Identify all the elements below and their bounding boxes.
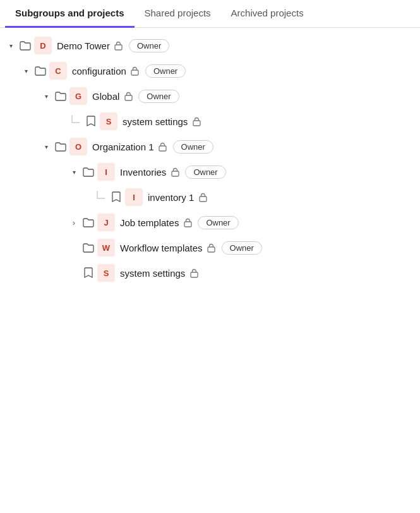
chevron-down-icon[interactable]: ▾ — [68, 166, 80, 178]
list-item[interactable]: ▾ I Inventories Owner — [0, 159, 420, 184]
avatar: G — [69, 87, 87, 105]
avatar: O — [69, 138, 87, 155]
owner-badge: Owner — [222, 241, 262, 255]
list-item[interactable]: S system settings — [0, 109, 420, 134]
lock-icon — [130, 66, 140, 76]
tab-subgroups[interactable]: Subgroups and projects — [5, 0, 135, 28]
chevron-down-icon[interactable]: ▾ — [40, 141, 52, 152]
list-item[interactable]: › J Job templates Owner — [0, 210, 420, 235]
bookmark-icon — [110, 191, 123, 203]
avatar: S — [100, 112, 117, 130]
avatar: I — [125, 188, 143, 206]
chevron-down-icon[interactable]: ▾ — [40, 90, 52, 102]
owner-badge: Owner — [145, 64, 186, 78]
tree-connector — [95, 191, 105, 203]
svg-rect-8 — [208, 247, 215, 252]
folder-icon — [34, 64, 47, 77]
avatar: I — [97, 163, 115, 181]
lock-icon — [123, 91, 133, 101]
svg-rect-7 — [184, 222, 191, 227]
lock-icon — [189, 268, 199, 278]
item-name: Job templates — [120, 217, 179, 228]
avatar: W — [97, 239, 115, 256]
bookmark-icon — [85, 115, 97, 128]
owner-badge: Owner — [129, 39, 169, 52]
folder-icon — [19, 39, 32, 52]
svg-rect-3 — [193, 121, 200, 126]
list-item[interactable]: ▾ O Organization 1 Owner — [0, 134, 420, 159]
lock-icon — [207, 243, 217, 253]
avatar: S — [97, 264, 115, 282]
project-tree: ▾ D Demo Tower Owner ▾ C configuration — [0, 28, 420, 291]
svg-rect-5 — [172, 171, 179, 176]
svg-rect-4 — [159, 146, 166, 151]
list-item[interactable]: ▾ D Demo Tower Owner — [0, 33, 420, 58]
avatar: C — [49, 62, 67, 80]
list-item[interactable]: ▾ G Global Owner — [0, 83, 420, 109]
item-name: configuration — [72, 66, 126, 76]
list-item[interactable]: S system settings — [0, 260, 420, 286]
item-name: Organization 1 — [92, 142, 154, 152]
item-name: Global — [92, 91, 119, 102]
item-name: Inventories — [120, 167, 166, 178]
owner-badge: Owner — [173, 140, 213, 154]
item-name: Workflow templates — [120, 243, 203, 253]
svg-rect-6 — [200, 196, 207, 202]
svg-rect-0 — [115, 45, 122, 50]
owner-badge: Owner — [185, 166, 225, 179]
owner-badge: Owner — [138, 90, 179, 103]
list-item[interactable]: W Workflow templates Owner — [0, 235, 420, 260]
lock-icon — [158, 142, 168, 152]
folder-icon — [82, 166, 95, 178]
tab-bar: Subgroups and projects Shared projects A… — [0, 0, 420, 28]
chevron-right-icon[interactable]: › — [68, 217, 80, 228]
item-name: system settings — [123, 116, 188, 127]
item-name: system settings — [120, 268, 185, 279]
list-item[interactable]: ▾ C configuration Owner — [0, 58, 420, 83]
folder-icon — [82, 216, 95, 229]
lock-icon — [114, 40, 124, 51]
avatar: J — [97, 214, 115, 231]
lock-icon — [198, 192, 208, 202]
item-name: inventory 1 — [148, 192, 194, 203]
folder-icon — [54, 90, 67, 102]
bookmark-icon — [82, 267, 95, 279]
tab-shared[interactable]: Shared projects — [135, 0, 221, 28]
tab-archived[interactable]: Archived projects — [221, 0, 314, 28]
chevron-down-icon[interactable]: ▾ — [5, 40, 16, 51]
lock-icon — [191, 116, 201, 126]
avatar: D — [34, 37, 52, 54]
svg-rect-2 — [125, 95, 132, 100]
chevron-down-icon[interactable]: ▾ — [20, 65, 32, 76]
svg-rect-9 — [191, 272, 198, 277]
folder-icon — [54, 140, 67, 153]
item-name: Demo Tower — [57, 40, 110, 51]
lock-icon — [183, 217, 193, 227]
lock-icon — [170, 167, 180, 177]
owner-badge: Owner — [198, 216, 238, 229]
list-item[interactable]: I inventory 1 — [0, 184, 420, 210]
tree-connector — [69, 115, 80, 128]
svg-rect-1 — [131, 70, 138, 75]
folder-icon — [82, 241, 95, 254]
